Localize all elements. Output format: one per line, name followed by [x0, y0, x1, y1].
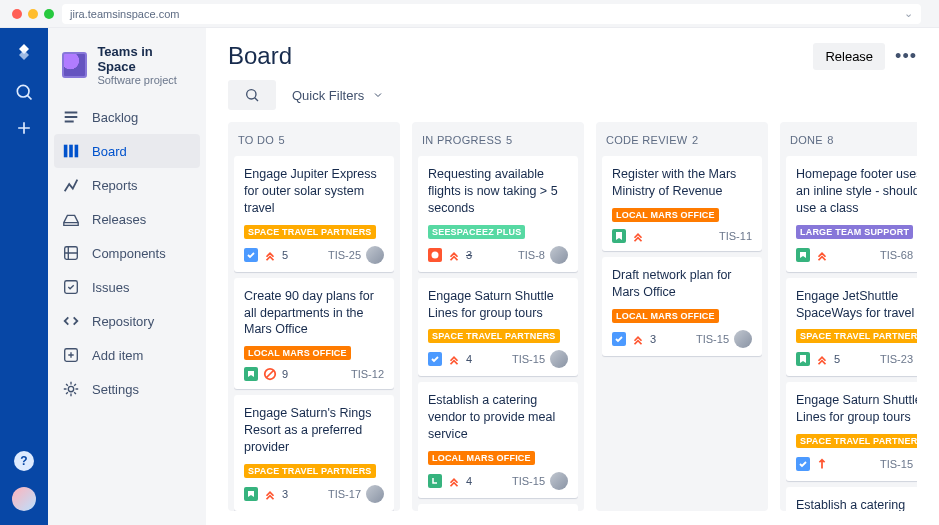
card-title: Engage JetShuttle SpaceWays for travel [796, 288, 917, 322]
card-title: Create 90 day plans for all departments … [244, 288, 384, 339]
issue-card[interactable]: Establish a catering vendor to provide m… [786, 487, 917, 511]
issue-type-icon [244, 487, 258, 501]
svg-point-7 [68, 386, 73, 391]
components-icon [62, 244, 80, 262]
assignee-avatar [366, 485, 384, 503]
project-subtitle: Software project [97, 74, 192, 86]
priority-icon [815, 457, 829, 471]
column-to-do: TO DO 5Engage Jupiter Express for outer … [228, 122, 400, 511]
issue-card[interactable]: Requesting available flights is now taki… [418, 156, 578, 272]
issue-card[interactable]: Engage Saturn Shuttle Lines for group to… [418, 504, 578, 511]
issue-key: TIS-15 [512, 475, 545, 487]
code-icon [62, 312, 80, 330]
column-header: DONE 8 [786, 130, 917, 156]
search-icon[interactable] [14, 82, 34, 102]
search-icon [244, 87, 260, 103]
minimize-dot[interactable] [28, 9, 38, 19]
priority-icon [263, 367, 277, 381]
url-text: jira.teamsinspace.com [70, 8, 179, 20]
issue-key: TIS-25 [328, 249, 361, 261]
issue-card[interactable]: Engage Saturn Shuttle Lines for group to… [786, 382, 917, 481]
issues-icon [62, 278, 80, 296]
column-header: IN PROGRESS 5 [418, 130, 578, 156]
maximize-dot[interactable] [44, 9, 54, 19]
column-count: 5 [279, 134, 285, 146]
release-button[interactable]: Release [813, 43, 885, 70]
more-menu-icon[interactable]: ••• [895, 46, 917, 67]
card-title: Engage Saturn Shuttle Lines for group to… [428, 288, 568, 322]
sidebar-item-backlog[interactable]: Backlog [48, 100, 206, 134]
issue-key: TIS-15 [696, 333, 729, 345]
assignee-avatar [550, 246, 568, 264]
sidebar-item-add[interactable]: Add item [48, 338, 206, 372]
sidebar-item-components[interactable]: Components [48, 236, 206, 270]
column-header: CODE REVIEW 2 [602, 130, 762, 156]
issue-type-icon [796, 352, 810, 366]
issue-key: TIS-8 [518, 249, 545, 261]
browser-titlebar: jira.teamsinspace.com ⌄ [0, 0, 939, 28]
priority-icon [815, 352, 829, 366]
card-count: 9 [282, 368, 288, 380]
issue-card[interactable]: Engage Saturn Shuttle Lines for group to… [418, 278, 578, 377]
sidebar-item-code[interactable]: Repository [48, 304, 206, 338]
column-name: DONE [790, 134, 823, 146]
issue-key: TIS-68 [880, 249, 913, 261]
svg-point-8 [247, 90, 256, 99]
jira-logo-icon[interactable] [12, 42, 36, 66]
issue-card[interactable]: Draft network plan for Mars OfficeLOCAL … [602, 257, 762, 356]
priority-icon [815, 248, 829, 262]
card-tag: LOCAL MARS OFFICE [244, 346, 351, 360]
board-icon [62, 142, 80, 160]
add-icon [62, 346, 80, 364]
board-search-button[interactable] [228, 80, 276, 110]
issue-card[interactable]: Create 90 day plans for all departments … [234, 278, 394, 390]
svg-rect-1 [64, 145, 68, 158]
sidebar-item-reports[interactable]: Reports [48, 168, 206, 202]
issue-type-icon [796, 457, 810, 471]
priority-icon [447, 474, 461, 488]
project-header[interactable]: Teams in Space Software project [48, 44, 206, 100]
issue-card[interactable]: Engage JetShuttle SpaceWays for travelSP… [786, 278, 917, 377]
card-title: Requesting available flights is now taki… [428, 166, 568, 217]
project-name: Teams in Space [97, 44, 192, 74]
card-title: Register with the Mars Ministry of Reven… [612, 166, 752, 200]
window-controls[interactable] [12, 9, 54, 19]
issue-card[interactable]: Homepage footer uses an inline style - s… [786, 156, 917, 272]
column-name: IN PROGRESS [422, 134, 502, 146]
issue-card[interactable]: Engage Saturn's Rings Resort as a prefer… [234, 395, 394, 511]
help-icon[interactable]: ? [14, 451, 34, 471]
issue-card[interactable]: Register with the Mars Ministry of Reven… [602, 156, 762, 251]
card-count: 5 [834, 353, 840, 365]
card-title: Establish a catering vendor to provide m… [428, 392, 568, 443]
card-count: 5 [282, 249, 288, 261]
issue-card[interactable]: Engage Jupiter Express for outer solar s… [234, 156, 394, 272]
card-count: 4 [466, 475, 472, 487]
column-in-progress: IN PROGRESS 5Requesting available flight… [412, 122, 584, 511]
card-tag: SPACE TRAVEL PARTNERS [244, 225, 376, 239]
sidebar-item-settings[interactable]: Settings [48, 372, 206, 406]
issue-key: TIS-15 [880, 458, 913, 470]
card-title: Homepage footer uses an inline style - s… [796, 166, 917, 217]
issue-card[interactable]: Establish a catering vendor to provide m… [418, 382, 578, 498]
sidebar-item-issues[interactable]: Issues [48, 270, 206, 304]
sidebar-item-label: Reports [92, 178, 138, 193]
project-avatar [62, 52, 87, 78]
create-icon[interactable] [14, 118, 34, 138]
user-avatar[interactable] [12, 487, 36, 511]
card-title: Engage Saturn Shuttle Lines for group to… [796, 392, 917, 426]
quick-filters-dropdown[interactable]: Quick Filters [292, 88, 384, 103]
sidebar-item-releases[interactable]: Releases [48, 202, 206, 236]
url-bar[interactable]: jira.teamsinspace.com ⌄ [62, 4, 921, 24]
close-dot[interactable] [12, 9, 22, 19]
card-tag: SPACE TRAVEL PARTNERS [796, 329, 917, 343]
url-dropdown-icon[interactable]: ⌄ [904, 7, 913, 20]
issue-key: TIS-11 [719, 230, 752, 242]
reports-icon [62, 176, 80, 194]
sidebar-item-label: Add item [92, 348, 143, 363]
card-tag: SPACE TRAVEL PARTNERS [428, 329, 560, 343]
priority-icon [631, 229, 645, 243]
sidebar-item-board[interactable]: Board [54, 134, 200, 168]
card-count: 3 [466, 249, 472, 261]
priority-icon [631, 332, 645, 346]
column-header: TO DO 5 [234, 130, 394, 156]
